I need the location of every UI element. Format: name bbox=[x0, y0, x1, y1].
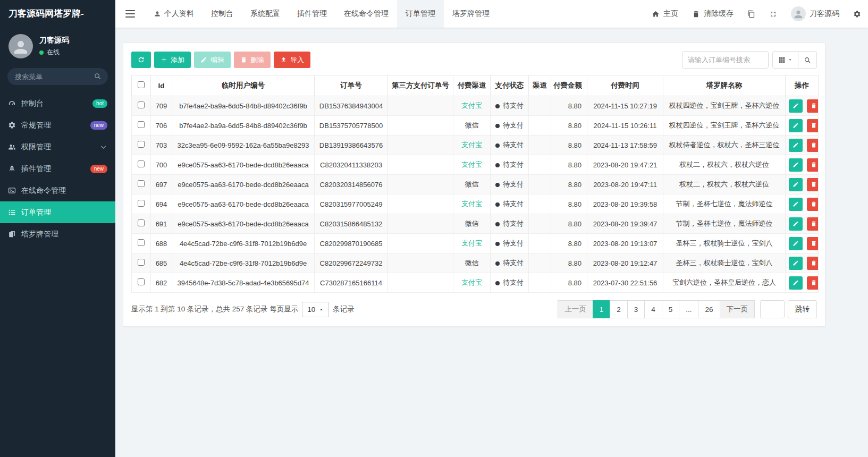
row-delete-button[interactable] bbox=[807, 139, 819, 152]
row-delete-button[interactable] bbox=[807, 257, 819, 270]
table-row[interactable]: 709 b7fe4ae2-ba9a-6dd5-84b8-d89402c36f9b… bbox=[132, 96, 819, 116]
topnav-label: 控制台 bbox=[211, 9, 233, 19]
row-edit-button[interactable] bbox=[789, 217, 803, 231]
row-checkbox[interactable] bbox=[138, 141, 145, 148]
row-edit-button[interactable] bbox=[789, 198, 803, 211]
page-size-select[interactable]: 10 bbox=[302, 302, 329, 317]
row-delete-button[interactable] bbox=[807, 198, 819, 211]
table-row[interactable]: 682 3945648e-7d38-5c78-adad-4e3b65695d74… bbox=[132, 273, 819, 293]
table-row[interactable]: 691 e9ce0575-aa63-6170-bede-dcd8b26eaaca… bbox=[132, 214, 819, 234]
user-menu[interactable]: 刀客源码 bbox=[784, 0, 846, 28]
copy-button[interactable] bbox=[740, 0, 762, 28]
topnav-profile[interactable]: 个人资料 bbox=[145, 0, 203, 28]
delete-button[interactable]: 删除 bbox=[234, 52, 271, 68]
sidebar-item-command[interactable]: 在线命令管理 bbox=[0, 180, 115, 201]
topnav-tarot[interactable]: 塔罗牌管理 bbox=[444, 0, 498, 28]
row-delete-button[interactable] bbox=[807, 217, 819, 231]
sidebar-item-auth[interactable]: 权限管理 bbox=[0, 136, 115, 158]
import-button[interactable]: 导入 bbox=[274, 52, 310, 68]
row-delete-button[interactable] bbox=[807, 119, 819, 132]
row-edit-button[interactable] bbox=[789, 119, 803, 132]
page-button-4[interactable]: 4 bbox=[644, 300, 662, 318]
row-checkbox[interactable] bbox=[138, 101, 145, 108]
col-qudao[interactable]: 渠道 bbox=[529, 75, 551, 96]
row-delete-button[interactable] bbox=[807, 276, 819, 290]
table-row[interactable]: 706 b7fe4ae2-ba9a-6dd5-84b8-d89402c36f9b… bbox=[132, 116, 819, 136]
cell-amount: 8.80 bbox=[551, 273, 587, 293]
page-button-5[interactable]: 5 bbox=[662, 300, 680, 318]
row-delete-button[interactable] bbox=[807, 158, 819, 172]
row-checkbox[interactable] bbox=[138, 180, 145, 187]
cell-channel: 支付宝 bbox=[453, 194, 491, 214]
col-tarot[interactable]: 塔罗牌名称 bbox=[663, 75, 786, 96]
row-checkbox[interactable] bbox=[138, 278, 145, 285]
row-checkbox[interactable] bbox=[138, 259, 145, 266]
row-edit-button[interactable] bbox=[789, 237, 803, 250]
row-checkbox[interactable] bbox=[138, 121, 145, 128]
row-checkbox[interactable] bbox=[138, 200, 145, 207]
page-button-26[interactable]: 26 bbox=[698, 300, 720, 318]
sidebar-item-dashboard[interactable]: 控制台 hot bbox=[0, 92, 115, 114]
row-checkbox[interactable] bbox=[138, 239, 145, 246]
page-button-1[interactable]: 1 bbox=[593, 300, 611, 318]
col-status[interactable]: 支付状态 bbox=[491, 75, 529, 96]
col-uid[interactable]: 临时用户编号 bbox=[172, 75, 315, 96]
sidebar-item-general[interactable]: 常规管理 new bbox=[0, 114, 115, 136]
row-checkbox[interactable] bbox=[138, 219, 145, 226]
topnav-config[interactable]: 系统配置 bbox=[242, 0, 289, 28]
settings-button[interactable] bbox=[846, 0, 868, 28]
pencil-icon bbox=[793, 122, 799, 129]
page-button-3[interactable]: 3 bbox=[627, 300, 645, 318]
col-third-no[interactable]: 第三方支付订单号 bbox=[388, 75, 453, 96]
hamburger-menu-icon[interactable] bbox=[115, 0, 145, 28]
col-amount[interactable]: 付费金额 bbox=[551, 75, 587, 96]
row-delete-button[interactable] bbox=[807, 99, 819, 113]
table-row[interactable]: 700 e9ce0575-aa63-6170-bede-dcd8b26eaaca… bbox=[132, 155, 819, 175]
row-edit-button[interactable] bbox=[789, 257, 803, 270]
sidebar-item-tarot[interactable]: 塔罗牌管理 bbox=[0, 223, 115, 245]
menu-search-input[interactable] bbox=[7, 68, 108, 85]
page-button-2[interactable]: 2 bbox=[610, 300, 628, 318]
search-button[interactable] bbox=[798, 51, 817, 69]
cell-channel: 微信 bbox=[453, 175, 491, 194]
col-order-no[interactable]: 订单号 bbox=[315, 75, 388, 96]
table-row[interactable]: 703 32c3ea95-6e09-9592-162a-6a55ba9e8293… bbox=[132, 136, 819, 155]
row-delete-button[interactable] bbox=[807, 237, 819, 250]
topnav-dashboard[interactable]: 控制台 bbox=[203, 0, 242, 28]
col-id[interactable]: Id bbox=[151, 75, 172, 96]
row-delete-button[interactable] bbox=[807, 178, 819, 191]
prev-page-button[interactable]: 上一页 bbox=[558, 300, 593, 318]
row-edit-button[interactable] bbox=[789, 139, 803, 152]
table-row[interactable]: 694 e9ce0575-aa63-6170-bede-dcd8b26eaaca… bbox=[132, 194, 819, 214]
order-search-input[interactable] bbox=[682, 51, 769, 69]
clear-cache-link[interactable]: 清除缓存 bbox=[685, 0, 740, 28]
columns-button[interactable] bbox=[772, 51, 798, 69]
trash-icon bbox=[692, 10, 700, 18]
row-edit-button[interactable] bbox=[789, 158, 803, 172]
add-button[interactable]: 添加 bbox=[154, 52, 191, 68]
table-row[interactable]: 685 4e4c5cad-72be-c9f6-31f8-7012b19b6d9e… bbox=[132, 253, 819, 273]
topnav-orders[interactable]: 订单管理 bbox=[397, 0, 444, 28]
select-all-checkbox[interactable] bbox=[138, 81, 145, 88]
table-row[interactable]: 697 e9ce0575-aa63-6170-bede-dcd8b26eaaca… bbox=[132, 175, 819, 194]
edit-button[interactable]: 编辑 bbox=[194, 52, 231, 68]
topnav-command[interactable]: 在线命令管理 bbox=[335, 0, 397, 28]
row-edit-button[interactable] bbox=[789, 99, 803, 113]
page-ellipsis-button[interactable]: ... bbox=[679, 300, 698, 318]
row-checkbox[interactable] bbox=[138, 160, 145, 167]
col-time[interactable]: 付费时间 bbox=[587, 75, 663, 96]
table-row[interactable]: 688 4e4c5cad-72be-c9f6-31f8-7012b19b6d9e… bbox=[132, 234, 819, 253]
next-page-button[interactable]: 下一页 bbox=[720, 300, 755, 318]
topnav-addon[interactable]: 插件管理 bbox=[289, 0, 335, 28]
row-edit-button[interactable] bbox=[789, 276, 803, 290]
fullscreen-button[interactable] bbox=[762, 0, 784, 28]
jump-page-input[interactable] bbox=[760, 300, 785, 318]
row-edit-button[interactable] bbox=[789, 178, 803, 191]
sidebar-item-addon[interactable]: 插件管理 new bbox=[0, 158, 115, 180]
cell-uid: 4e4c5cad-72be-c9f6-31f8-7012b19b6d9e bbox=[172, 234, 315, 253]
home-link[interactable]: 主页 bbox=[645, 0, 685, 28]
jump-button[interactable]: 跳转 bbox=[788, 300, 817, 318]
refresh-button[interactable] bbox=[131, 52, 151, 68]
sidebar-item-orders[interactable]: 订单管理 bbox=[0, 201, 115, 223]
col-channel[interactable]: 付费渠道 bbox=[453, 75, 491, 96]
